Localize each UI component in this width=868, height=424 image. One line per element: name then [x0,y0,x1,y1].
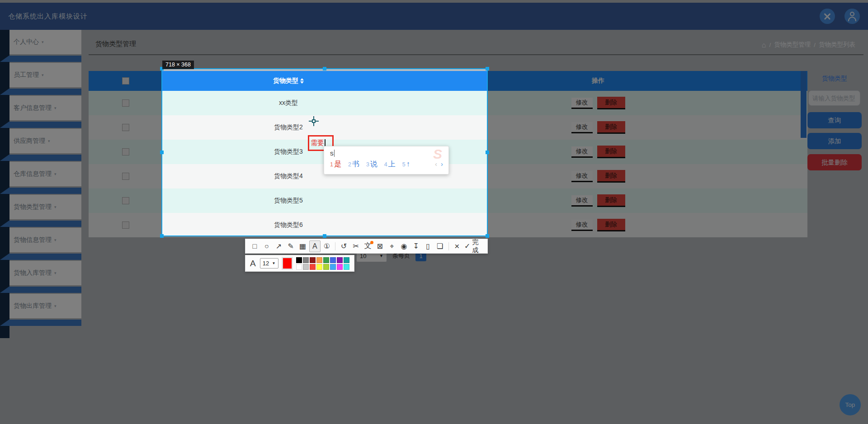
capture-toolbar: □ ○ ↗ ✎ ▦ A ① ↺ ✂ 文 ⊠ ⌖ ◉ ↧ ▯ ❏ × ✓ 完成 [245,239,488,254]
color-swatch[interactable] [330,264,336,270]
resize-handle-se[interactable] [486,234,489,238]
rect-tool-icon[interactable]: □ [249,240,260,252]
color-swatch[interactable] [310,264,316,270]
step-number-tool-icon[interactable]: ① [321,240,333,252]
bookmark-icon[interactable]: ❏ [434,240,446,252]
color-swatch[interactable] [344,257,349,263]
dim-overlay-bottom [0,236,868,424]
ime-logo-watermark: S [433,146,442,162]
cut-icon[interactable]: ✂ [350,240,362,252]
crosshair-cursor-icon [309,116,319,126]
resize-handle-s[interactable] [323,234,326,238]
ime-composition: s [330,149,448,157]
resize-handle-n[interactable] [323,67,326,71]
font-size-select[interactable]: 12 ▼ [260,258,278,269]
color-swatch[interactable] [316,257,322,263]
ellipse-tool-icon[interactable]: ○ [261,240,273,252]
pin-icon[interactable]: ⌖ [387,240,398,252]
download-icon[interactable]: ↧ [410,240,422,252]
text-cursor [334,150,335,157]
color-palette [296,257,349,270]
done-button[interactable]: ✓ 完成 [464,238,484,254]
ime-candidate[interactable]: 4上 [384,160,396,169]
notification-badge [370,241,373,244]
color-swatch[interactable] [303,257,309,263]
font-toolbar: A 12 ▼ [245,255,354,272]
ocr-icon[interactable]: ⊠ [374,240,386,252]
current-color-swatch [283,258,292,269]
resize-handle-ne[interactable] [486,67,489,71]
font-icon: A [250,259,256,269]
text-tool-icon[interactable]: A [309,240,321,252]
check-icon: ✓ [464,242,470,250]
undo-icon[interactable]: ↺ [338,240,349,252]
color-swatch[interactable] [303,264,309,270]
ime-candidate[interactable]: 5↑ [402,160,410,168]
arrow-tool-icon[interactable]: ↗ [273,240,284,252]
toolbar-separator [448,242,449,250]
phone-icon[interactable]: ▯ [422,240,434,252]
ime-candidate[interactable]: 1是 [330,160,341,169]
pen-tool-icon[interactable]: ✎ [285,240,297,252]
color-swatch[interactable] [323,264,329,270]
color-swatch[interactable] [316,264,322,270]
color-swatch[interactable] [330,257,336,263]
ime-candidate[interactable]: 3说 [366,160,377,169]
color-swatch[interactable] [337,257,343,263]
color-swatch[interactable] [337,264,343,270]
resize-handle-sw[interactable] [160,234,164,238]
dim-overlay-top [0,0,868,69]
ime-candidate-window: S s 1是 2书 3说 4上 5↑ ‹ › [324,146,449,174]
mosaic-tool-icon[interactable]: ▦ [297,240,308,252]
dim-overlay-right [487,69,868,236]
ime-candidates: 1是 2书 3说 4上 5↑ ‹ › [330,160,443,169]
color-swatch[interactable] [310,257,316,263]
color-swatch[interactable] [323,257,329,263]
color-swatch[interactable] [296,257,302,263]
ime-candidate[interactable]: 2书 [348,160,359,169]
record-icon[interactable]: ◉ [398,240,410,252]
selection-size-label: 718 × 368 [162,61,194,69]
dim-overlay-left [0,69,162,236]
color-swatch[interactable] [344,264,349,270]
color-swatch[interactable] [296,264,302,270]
toolbar-separator [335,242,335,250]
resize-handle-w[interactable] [160,151,164,154]
screen: 仓储系统出入库模块设计 个人中心▾ 员工管理▾ 客户信息管理▾ 供应商管理▾ 仓… [0,0,868,424]
cancel-icon[interactable]: × [452,240,463,252]
chevron-down-icon: ▼ [272,261,276,265]
translate-icon[interactable]: 文 [362,240,373,252]
resize-handle-e[interactable] [486,151,489,154]
